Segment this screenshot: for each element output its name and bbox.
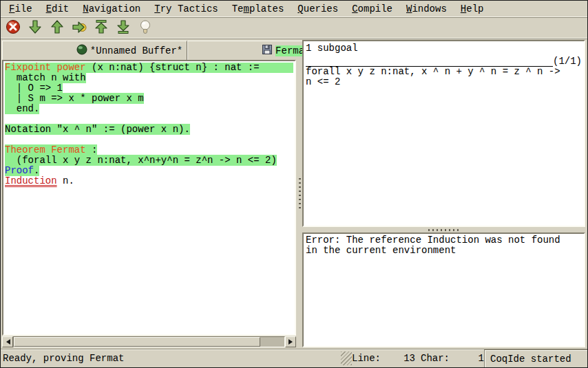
menu-edit[interactable]: Edit xyxy=(39,2,76,16)
message-pane: Error: The reference Induction was not f… xyxy=(302,232,585,347)
goal-line: forall x y z n:nat, x ^ n + y ^ n = z ^ … xyxy=(306,67,582,77)
splitter-grip-icon xyxy=(428,229,460,231)
arrow-down-to-bar-icon xyxy=(115,19,132,38)
tab-bar: *Unnamed Buffer* Fermat.v xyxy=(1,39,297,60)
toolbar xyxy=(1,18,587,39)
menu-bar: FileEditNavigationTry TacticsTemplatesQu… xyxy=(1,1,587,18)
scroll-left-button[interactable] xyxy=(2,336,13,347)
menu-navigation[interactable]: Navigation xyxy=(76,2,147,16)
tab-label: *Unnamed Buffer* xyxy=(90,45,182,56)
goal-separator: (1/1) xyxy=(306,56,582,67)
coqide-window: FileEditNavigationTry TacticsTemplatesQu… xyxy=(0,0,588,368)
char-label: Char: xyxy=(421,353,450,364)
line-label: Line: xyxy=(352,353,381,364)
triangle-right-icon xyxy=(288,339,295,345)
cursor-position: Line: 13 Char: 1 xyxy=(352,349,484,367)
menu-windows[interactable]: Windows xyxy=(399,2,454,16)
code-line: Fixpoint power (x n:nat) {struct n} : na… xyxy=(5,63,293,73)
menu-compile[interactable]: Compile xyxy=(345,2,399,16)
subgoal-count: 1 subgoal xyxy=(306,43,582,54)
code-line: match n with xyxy=(5,73,293,83)
goal-counter: (1/1) xyxy=(553,56,582,67)
menu-queries[interactable]: Queries xyxy=(291,2,345,16)
menu-try-tactics[interactable]: Try Tactics xyxy=(147,2,224,16)
go-to-end-button[interactable] xyxy=(114,19,132,37)
go-to-start-button[interactable] xyxy=(92,19,110,37)
menu-templates[interactable]: Templates xyxy=(225,2,291,16)
code-line: end. xyxy=(5,104,293,114)
char-value: 1 xyxy=(450,353,484,364)
status-bar: Ready, proving Fermat Line: 13 Char: 1 C… xyxy=(1,349,587,367)
line-value: 13 xyxy=(381,353,415,364)
code-line: Proof. xyxy=(5,166,293,176)
proof-column: 1 subgoal (1/1) forall x y z n:nat, x ^ … xyxy=(302,39,587,349)
scrollbar-thumb[interactable] xyxy=(14,337,260,347)
tab-unnamed-buffer[interactable]: *Unnamed Buffer* xyxy=(2,41,187,60)
message-line: in the current environment xyxy=(306,246,582,256)
code-line: Theorem Fermat : xyxy=(5,145,293,155)
triangle-left-icon xyxy=(3,339,10,345)
scrollbar-track[interactable] xyxy=(13,336,285,347)
splitter-grip-icon xyxy=(299,178,301,210)
code-line: | S m => x * power x m xyxy=(5,94,293,104)
scroll-right-button[interactable] xyxy=(285,336,296,347)
message-line: Error: The reference Induction was not f… xyxy=(306,235,582,246)
code-line: | O => 1 xyxy=(5,83,293,94)
script-column: *Unnamed Buffer* Fermat.v xyxy=(1,39,297,349)
goal-pane: 1 subgoal (1/1) forall x y z n:nat, x ^ … xyxy=(302,40,585,227)
main-area: *Unnamed Buffer* Fermat.v xyxy=(1,39,587,349)
code-line: Notation "x ^ n" := (power x n). xyxy=(5,125,293,135)
status-message: Ready, proving Fermat xyxy=(1,349,341,367)
arrow-up-to-bar-icon xyxy=(93,19,109,38)
resize-grip-icon[interactable] xyxy=(341,351,352,365)
code-line xyxy=(5,135,293,145)
code-line xyxy=(5,114,293,125)
lightbulb-icon xyxy=(137,19,154,38)
menu-file[interactable]: File xyxy=(2,2,39,16)
script-editor[interactable]: Fixpoint power (x n:nat) {struct n} : na… xyxy=(2,60,296,336)
goal-text: forall x y z n:nat, x ^ n + y ^ n = z ^ … xyxy=(306,67,582,87)
hint-button[interactable] xyxy=(136,19,154,37)
horizontal-scrollbar xyxy=(2,336,296,347)
menu-help[interactable]: Help xyxy=(454,2,491,16)
app-status: CoqIde started xyxy=(484,349,587,367)
horizontal-splitter[interactable] xyxy=(302,227,585,232)
message-text: Error: The reference Induction was not f… xyxy=(306,235,582,256)
code-line: (forall x y z n:nat, x^n+y^n = z^n -> n … xyxy=(5,155,293,166)
code-line: Induction n. xyxy=(5,176,293,186)
vertical-splitter[interactable] xyxy=(297,39,302,349)
goal-line: n <= 2 xyxy=(306,77,582,87)
editor-content: Fixpoint power (x n:nat) {struct n} : na… xyxy=(5,63,293,186)
